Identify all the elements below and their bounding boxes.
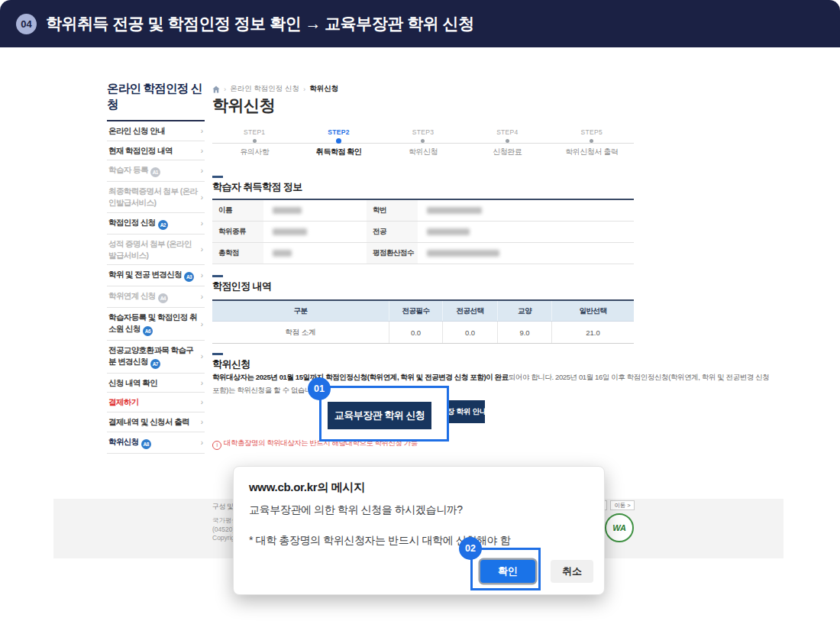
chevron-right-icon: › [201,219,203,228]
breadcrumb-separator: › [303,85,305,93]
sidebar-item-current-credits[interactable]: 현재 학점인정 내역 › [107,141,205,161]
redacted-value [427,207,482,214]
sidebar-item-final-certificate[interactable]: 최종학력증명서 첨부 (온라인발급서비스) › [107,182,205,212]
section-dash [212,176,223,178]
guide-banner: 04 학위취득 전공 및 학점인정 정보 확인 → 교육부장관 학위 신청 [0,0,840,47]
step-dot [421,139,425,143]
section-dash [212,353,223,355]
step-dot [336,138,341,144]
chevron-right-icon: › [201,193,203,202]
confirm-dialog: www.cb.or.kr의 메시지 교육부장관에 의한 학위 신청을 하시겠습니… [233,466,605,595]
sidebar-item-learner-registration[interactable]: 학습자 등록A1 › [107,160,205,182]
table-row: 이름 학번 [212,200,634,222]
redacted-value [273,228,307,235]
menu-step-badge: A1 [150,167,160,177]
table-row: 총학점 평점환산점수 [212,243,634,264]
menu-step-badge: A8 [141,439,151,449]
step-1: STEP1 유의사항 [212,128,296,157]
menu-step-badge: A4 [158,293,168,303]
breadcrumb-current: 학위신청 [309,84,338,94]
sidebar-item-degree-link[interactable]: 학위연계 신청A4 › [107,286,205,308]
cancel-button[interactable]: 취소 [551,560,593,583]
sidebar-item-degree-apply[interactable]: 학위신청A8 › [107,432,205,454]
section-dash [212,275,223,277]
menu-step-badge: A2 [158,220,168,230]
sidebar-item-payment[interactable]: 결제하기 › [107,393,205,412]
sidebar-item-degree-major-change[interactable]: 학위 및 전공 변경신청A3 › [107,265,205,286]
redacted-value [273,250,292,257]
annotation-number-1: 01 [308,377,331,400]
guide-step-number-badge: 04 [16,14,37,34]
chevron-right-icon: › [201,352,203,361]
credit-table-header: 구분 전공필수 전공선택 교양 일반선택 [212,301,634,322]
degree-apply-heading: 학위신청 [212,357,250,371]
step-3: STEP3 학위신청 [381,128,465,157]
chevron-right-icon: › [201,245,203,254]
home-icon[interactable] [212,86,220,93]
guide-banner-title: 학위취득 전공 및 학점인정 정보 확인 → 교육부장관 학위 신청 [46,13,474,34]
footer-address-fragment: (04520) [212,526,234,533]
step-5: STEP5 학위신청서 출력 [550,128,634,157]
learner-info-table: 이름 학번 학위종류 전공 총학점 평점환산점수 [212,199,634,264]
redacted-value [427,228,470,235]
menu-step-badge: A6 [143,326,153,336]
president-degree-info-button[interactable]: 장 학위 안내 [449,400,485,423]
chevron-right-icon: › [201,167,203,175]
annotation-box-2 [470,548,541,590]
guide-screenshot: 04 학위취득 전공 및 학점인정 정보 확인 → 교육부장관 학위 신청 온라… [0,0,840,634]
sidebar-menu: 온라인 학점인정 신청 온라인 신청 안내 › 현재 학점인정 내역 › 학습자… [107,81,205,454]
chevron-right-icon: › [201,418,203,426]
page-title: 학위신청 [212,95,275,116]
chevron-right-icon: › [201,127,203,135]
breadcrumb: › 온라인 학점인정 신청 › 학위신청 [212,84,338,94]
chevron-right-icon: › [201,293,203,301]
learner-info-heading: 학습자 취득학점 정보 [212,180,302,194]
sidebar-item-course-type-change[interactable]: 전공교양호환과목 학습구분 변경신청A7 › [107,341,205,374]
footer-copyright-fragment: Copyrig [212,534,234,542]
sidebar-item-application-history[interactable]: 신청 내역 확인 › [107,374,205,393]
chevron-right-icon: › [201,271,203,280]
step-4: STEP4 신청완료 [465,128,549,157]
dialog-title: www.cb.or.kr의 메시지 [249,480,365,495]
step-dot [253,139,257,143]
menu-step-badge: A7 [150,359,160,369]
chevron-right-icon: › [201,147,203,155]
menu-step-badge: A3 [184,272,194,282]
web-accessibility-mark: WA [605,513,634,542]
step-dot [506,139,509,143]
step-2-active: STEP2 취득학점 확인 [296,128,380,157]
sidebar-item-credit-apply[interactable]: 학점인정 신청A2 › [107,213,205,235]
table-row: 학위종류 전공 [212,222,634,243]
credit-table: 구분 전공필수 전공선택 교양 일반선택 학점 소계 0.0 0.0 9.0 2… [212,299,634,344]
redacted-value [273,207,302,214]
annotation-number-2: 02 [459,537,482,560]
breadcrumb-item[interactable]: 온라인 학점인정 신청 [230,84,299,94]
chevron-right-icon: › [201,398,203,406]
minister-degree-apply-button[interactable]: 교육부장관 학위 신청 [328,402,431,429]
sidebar-item-online-guide[interactable]: 온라인 신청 안내 › [107,121,205,141]
chevron-right-icon: › [201,379,203,387]
info-icon: i [212,441,221,450]
credit-table-row: 학점 소계 0.0 0.0 9.0 21.0 [212,322,634,344]
step-dot [590,139,593,143]
go-button[interactable]: 이동 > [610,500,635,510]
sidebar-item-cancel-request[interactable]: 학습자등록 및 학점인정 취소원 신청A6 › [107,308,205,341]
chevron-right-icon: › [201,320,203,328]
dialog-message: 교육부장관에 의한 학위 신청을 하시겠습니까? [249,503,463,517]
sidebar-title: 온라인 학점인정 신청 [107,81,205,121]
degree-apply-notice: 학위대상자는 2025년 01월 15일까지 학점인정신청(학위연계, 학위 및… [212,371,777,396]
breadcrumb-separator: › [224,85,226,93]
step-indicator: STEP1 유의사항 STEP2 취득학점 확인 STEP3 학위신청 STEP… [212,128,634,163]
credit-list-heading: 학점인정 내역 [212,280,271,293]
sidebar-item-payment-history-print[interactable]: 결제내역 및 신청서 출력 › [107,412,205,432]
chevron-right-icon: › [201,438,203,447]
redacted-value [427,250,499,257]
sidebar-item-transcript[interactable]: 성적 증명서 첨부 (온라인발급서비스) › [107,235,205,265]
